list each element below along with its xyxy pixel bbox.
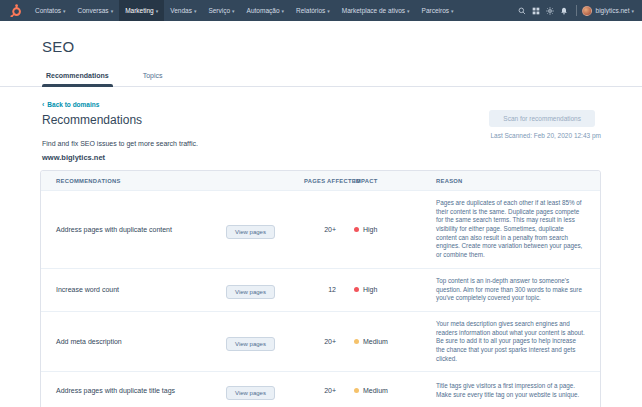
recommendation-label: Increase word count bbox=[41, 286, 226, 293]
search-icon[interactable] bbox=[515, 0, 529, 21]
table-row: Address pages with duplicate title tags … bbox=[41, 371, 600, 407]
impact-dot-icon bbox=[354, 339, 359, 344]
marketplace-icon[interactable] bbox=[529, 0, 543, 21]
top-navigation: Contatos▾ Conversas▾ Marketing▾ Vendas▾ … bbox=[0, 0, 642, 21]
settings-gear-icon[interactable] bbox=[543, 0, 557, 21]
view-pages-button[interactable]: View pages bbox=[226, 285, 275, 299]
table-header-row: Recommendations Pages affected Impact Re… bbox=[41, 171, 600, 190]
nav-utilities: biglytics.net▾ bbox=[515, 0, 634, 21]
notifications-bell-icon[interactable] bbox=[557, 0, 571, 21]
section-heading: Recommendations bbox=[42, 113, 142, 127]
back-to-domains-link[interactable]: ‹ Back to domains bbox=[42, 101, 99, 108]
chevron-down-icon: ▾ bbox=[451, 8, 454, 14]
hubspot-logo-icon[interactable] bbox=[9, 4, 22, 17]
tab-topics[interactable]: Topics bbox=[139, 72, 167, 86]
nav-item-relatorios[interactable]: Relatórios▾ bbox=[290, 0, 336, 21]
impact-cell: High bbox=[336, 226, 431, 233]
chevron-down-icon: ▾ bbox=[111, 8, 114, 14]
pages-affected-value: 20+ bbox=[304, 387, 336, 394]
chevron-down-icon: ▾ bbox=[232, 8, 235, 14]
impact-label: High bbox=[363, 286, 377, 293]
nav-menu: Contatos▾ Conversas▾ Marketing▾ Vendas▾ … bbox=[29, 0, 460, 21]
chevron-down-icon: ▾ bbox=[194, 8, 197, 14]
chevron-down-icon: ▾ bbox=[631, 8, 634, 14]
column-header-pages-affected: Pages affected bbox=[304, 178, 336, 184]
column-header-impact: Impact bbox=[336, 178, 431, 184]
reason-text: Top content is an in-depth answer to som… bbox=[431, 269, 600, 311]
chevron-down-icon: ▾ bbox=[156, 8, 159, 14]
account-menu[interactable]: biglytics.net▾ bbox=[596, 7, 634, 14]
impact-label: Medium bbox=[363, 387, 388, 394]
nav-item-marketing[interactable]: Marketing▾ bbox=[119, 0, 164, 21]
chevron-left-icon: ‹ bbox=[42, 101, 44, 108]
impact-label: High bbox=[363, 226, 377, 233]
pages-affected-value: 12 bbox=[304, 286, 336, 293]
impact-dot-icon bbox=[354, 388, 359, 393]
column-header-reason: Reason bbox=[431, 178, 600, 184]
scan-for-recommendations-button[interactable]: Scan for recommendations bbox=[489, 110, 595, 127]
impact-cell: High bbox=[336, 286, 431, 293]
nav-item-vendas[interactable]: Vendas▾ bbox=[164, 0, 202, 21]
recommendation-label: Add meta description bbox=[41, 338, 226, 345]
impact-cell: Medium bbox=[336, 338, 431, 345]
nav-item-parceiros[interactable]: Parceiros▾ bbox=[416, 0, 460, 21]
reason-text: Title tags give visitors a first impress… bbox=[431, 374, 600, 407]
view-pages-button[interactable]: View pages bbox=[226, 337, 275, 351]
recommendation-label: Address pages with duplicate title tags bbox=[41, 387, 226, 394]
last-scanned-text: Last Scanned: Feb 20, 2020 12:43 pm bbox=[490, 132, 601, 139]
domain-name: www.biglytics.net bbox=[42, 153, 105, 162]
recommendation-label: Address pages with duplicate content bbox=[41, 226, 226, 233]
view-pages-button[interactable]: View pages bbox=[226, 225, 275, 239]
impact-cell: Medium bbox=[336, 387, 431, 394]
nav-item-conversas[interactable]: Conversas▾ bbox=[72, 0, 120, 21]
nav-item-automacao[interactable]: Automação▾ bbox=[241, 0, 290, 21]
page-title: SEO bbox=[42, 38, 74, 55]
reason-text: Your meta description gives search engin… bbox=[431, 312, 600, 371]
chevron-down-icon: ▾ bbox=[63, 8, 66, 14]
impact-dot-icon bbox=[354, 227, 359, 232]
chevron-down-icon: ▾ bbox=[407, 8, 410, 14]
section-subtitle: Find and fix SEO issues to get more sear… bbox=[42, 140, 198, 147]
nav-item-contatos[interactable]: Contatos▾ bbox=[29, 0, 72, 21]
nav-divider bbox=[576, 5, 577, 16]
table-row: Add meta description View pages 20+ Medi… bbox=[41, 311, 600, 371]
chevron-down-icon: ▾ bbox=[327, 8, 330, 14]
tab-recommendations[interactable]: Recommendations bbox=[42, 72, 113, 86]
reason-text: Pages are duplicates of each other if at… bbox=[431, 191, 600, 268]
table-row: Increase word count View pages 12 High T… bbox=[41, 268, 600, 311]
impact-label: Medium bbox=[363, 338, 388, 345]
column-header-recommendations: Recommendations bbox=[41, 178, 304, 184]
impact-dot-icon bbox=[354, 287, 359, 292]
view-pages-button[interactable]: View pages bbox=[226, 386, 275, 400]
recommendations-table: Recommendations Pages affected Impact Re… bbox=[40, 170, 601, 407]
pages-affected-value: 20+ bbox=[304, 338, 336, 345]
chevron-down-icon: ▾ bbox=[282, 8, 285, 14]
pages-affected-value: 20+ bbox=[304, 226, 336, 233]
avatar[interactable] bbox=[582, 6, 592, 16]
table-row: Address pages with duplicate content Vie… bbox=[41, 190, 600, 268]
tab-bar: Recommendations Topics bbox=[0, 66, 642, 87]
nav-item-servico[interactable]: Serviço▾ bbox=[202, 0, 240, 21]
nav-item-marketplace-de-ativos[interactable]: Marketplace de ativos▾ bbox=[336, 0, 416, 21]
